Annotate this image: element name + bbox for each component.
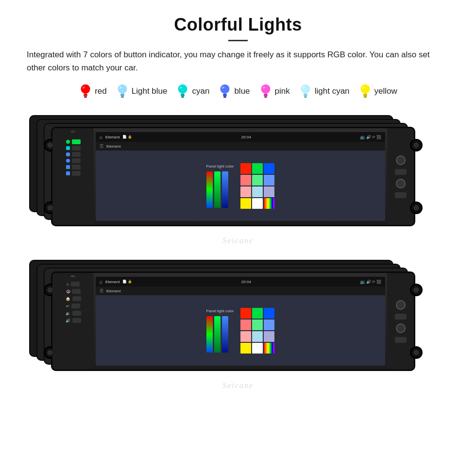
bulb-icon-red (79, 83, 92, 100)
svg-rect-7 (121, 97, 124, 98)
svg-point-9 (178, 84, 187, 94)
ctrl-circle-b1[interactable] (396, 300, 406, 310)
ctrl-rect-b1[interactable] (395, 314, 407, 320)
wb-btn-6[interactable] (72, 318, 81, 323)
svg-rect-3 (84, 97, 87, 98)
android-ui-top: ⌂ Element 📄 🔒 20:04 📺 🔊 ⟳ ⬛ ☰ Element (96, 132, 385, 221)
panel-section-top: Panel light color (206, 164, 234, 208)
color-item-pink: pink (259, 83, 290, 100)
swatch-b-7 (252, 331, 263, 342)
svg-point-13 (221, 84, 230, 94)
blue4-btn[interactable] (72, 171, 81, 176)
btn-row-5 (66, 165, 81, 169)
swatch-b-1 (252, 308, 263, 319)
blue-btn[interactable] (72, 152, 81, 157)
status-left: ⌂ Element 📄 🔒 (100, 135, 132, 140)
ctrl-rect-2[interactable] (395, 192, 407, 198)
front-device-top: MIC ⌂ (51, 127, 415, 226)
wb-row-5: 🔉 (66, 311, 81, 316)
wb-row-2: ⏻ (66, 289, 81, 294)
blue2-indicator (66, 159, 70, 163)
house-icon-btn[interactable]: 🏠 (66, 297, 70, 301)
screen-bottom: ⌂ Element 📄 🔒 20:04 📺 🔊 ⟳ ⬛ ☰ Element (96, 277, 385, 366)
main-content-top: Panel light color (96, 151, 385, 221)
front-device-bottom: MIC ⌂ ⏻ 🏠 ↩ (51, 271, 415, 371)
wb-row-3: 🏠 (66, 296, 81, 301)
ctrl-circle-2[interactable] (396, 179, 406, 188)
swatches-section-top (240, 163, 274, 209)
ctrl-circle-1[interactable] (396, 155, 406, 165)
mic-label: MIC (71, 130, 75, 133)
blue4-indicator (66, 171, 70, 175)
color-label-yellow: yellow (374, 86, 397, 96)
bolt-b-br (410, 346, 423, 359)
color-bars-bottom (206, 316, 228, 353)
svg-rect-14 (223, 94, 227, 97)
wb-btn-3[interactable] (72, 296, 81, 301)
bulb-icon-lightblue (116, 83, 129, 100)
bar-green-b (214, 316, 221, 353)
bulb-icon-pink (259, 83, 272, 100)
swatch-11 (264, 198, 274, 209)
home-icon-bottom: ⌂ (100, 279, 102, 285)
time-display-top: 20:04 (241, 135, 251, 139)
wb-btn-2[interactable] (72, 289, 81, 294)
svg-rect-18 (264, 94, 268, 97)
time-display-bottom: 20:04 (241, 280, 251, 284)
power-icon-btn[interactable]: ⏻ (66, 289, 70, 294)
swatch-7 (252, 186, 263, 197)
wb-btn-1[interactable] (71, 282, 80, 287)
cyan-btn[interactable] (72, 146, 81, 151)
swatch-b-10 (252, 343, 263, 354)
blue2-btn[interactable] (72, 158, 81, 163)
white-icons: ⌂ ⏻ 🏠 ↩ 🔉 (66, 282, 81, 323)
blue-indicator (66, 152, 70, 156)
swatch-10 (252, 198, 263, 209)
color-item-cyan: cyan (176, 83, 209, 100)
status-icons-right-b: 📺 🔊 ⟳ ⬛ (360, 280, 381, 284)
swatch-b-9 (240, 343, 251, 354)
android-ui-bottom: ⌂ Element 📄 🔒 20:04 📺 🔊 ⟳ ⬛ ☰ Element (96, 277, 385, 366)
swatch-1 (252, 163, 263, 174)
wb-row-1: ⌂ (67, 282, 80, 287)
home-icon-btn[interactable]: ⌂ (67, 282, 69, 287)
green-btn[interactable]: ⌂ (72, 139, 81, 144)
swatch-b-6 (240, 331, 251, 342)
app-bar-top: ☰ Element (96, 142, 385, 151)
title-divider (228, 40, 248, 41)
bulb-icon-lightcyan (299, 83, 312, 100)
svg-point-21 (301, 84, 310, 94)
blue3-btn[interactable] (72, 165, 81, 169)
status-icons: 📄 🔒 (122, 135, 132, 139)
wb-row-6: 🔊 (66, 318, 81, 323)
wb-btn-5[interactable] (72, 311, 81, 316)
panel-section-bottom: Panel light color (206, 309, 234, 353)
vol-down-btn[interactable]: 🔉 (66, 311, 70, 316)
color-label-red: red (95, 86, 107, 96)
page-title: Colorful Lights (19, 15, 457, 35)
blue3-indicator (66, 165, 70, 169)
wb-row-4: ↩ (66, 303, 80, 308)
screen-top: ⌂ Element 📄 🔒 20:04 📺 🔊 ⟳ ⬛ ☰ Element (96, 132, 385, 221)
svg-point-1 (81, 84, 90, 94)
color-item-lightcyan: light cyan (299, 83, 350, 100)
btn-row-4 (66, 158, 81, 163)
ctrl-circle-b2[interactable] (396, 323, 406, 333)
menu-label-bottom: Element (106, 289, 120, 293)
swatch-grid-bottom (240, 308, 274, 354)
menu-label-top: Element (106, 144, 120, 149)
ctrl-rect-1[interactable] (395, 169, 407, 175)
main-content-bottom: Panel light color (96, 295, 385, 366)
cyan-indicator (66, 146, 70, 150)
green-indicator (66, 140, 70, 144)
back-icon-btn[interactable]: ↩ (66, 304, 69, 308)
ctrl-rect-b2[interactable] (395, 337, 407, 343)
swatch-3 (240, 175, 251, 185)
vol-up-btn[interactable]: 🔊 (66, 319, 70, 323)
swatch-6 (240, 186, 251, 197)
bulb-icon-cyan (176, 83, 189, 100)
svg-rect-15 (224, 97, 227, 98)
status-icons-b: 📄 🔒 (122, 280, 132, 284)
wb-btn-4[interactable] (71, 303, 80, 308)
app-bar-bottom: ☰ Element (96, 287, 385, 295)
